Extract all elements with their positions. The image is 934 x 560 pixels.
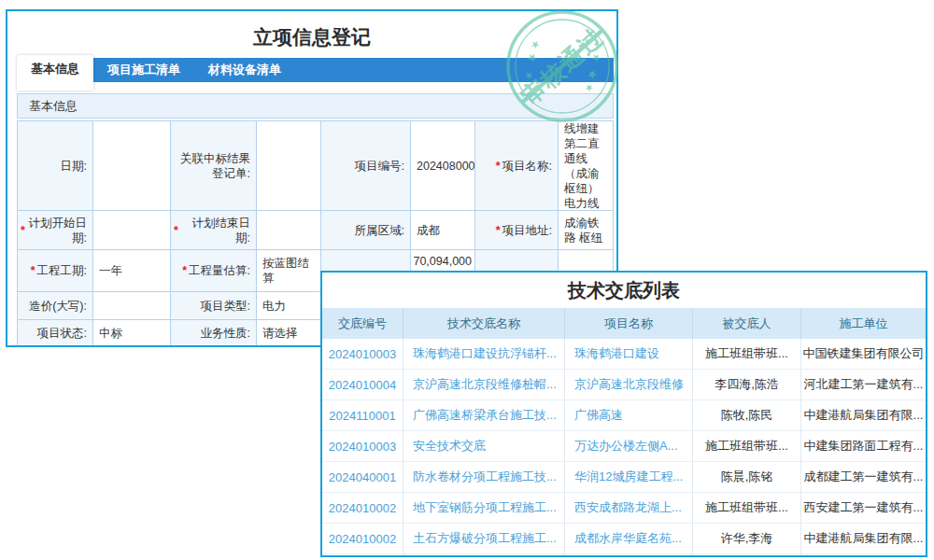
recipients-cell: 陈晨,陈铭 <box>693 462 801 493</box>
contractor-cell: 西安建工第一建筑有... <box>801 493 926 524</box>
field-value[interactable]: 成渝铁路 枢纽 <box>559 211 614 250</box>
disclosure-list-panel: 技术交底列表 交底编号 技术交底名称 项目名称 被交底人 施工单位 202401… <box>320 271 927 557</box>
field-value[interactable]: 请选择 <box>257 320 321 347</box>
required-marker: * <box>496 223 501 238</box>
contractor-cell: 河北建工第一建筑有... <box>801 370 926 400</box>
disclosure-name-link[interactable]: 京沪高速北京段维修桩帽... <box>403 370 565 400</box>
tab-basic-info[interactable]: 基本信息 <box>17 55 93 91</box>
field-label: *计划开始日期: <box>18 211 93 250</box>
field-value[interactable] <box>257 121 321 211</box>
contractor-cell: 中建港航局集团有限... <box>801 524 926 554</box>
field-label: 业务性质: <box>171 320 257 347</box>
contractor-cell: 中建港航局集团有限... <box>801 400 926 431</box>
recipients-cell: 陈牧,陈民 <box>693 400 801 431</box>
required-marker: * <box>174 223 178 238</box>
table-row: 2024110001广佛高速桥梁承台施工技...广佛高速陈牧,陈民中建港航局集团… <box>322 400 926 431</box>
required-marker: * <box>31 263 35 278</box>
list-title: 技术交底列表 <box>322 278 926 303</box>
table-row: 2024040001防水卷材分项工程施工技...华润12城房建工程...陈晨,陈… <box>322 462 926 493</box>
project-name-link[interactable]: 成都水岸华庭名苑... <box>565 524 693 554</box>
recipients-cell: 施工班组带班... <box>693 493 801 524</box>
contractor-cell: 中建集团路面工程有... <box>801 431 926 462</box>
tab-bar: 基本信息 项目施工清单 材料设备清单 <box>17 58 614 82</box>
tab-material-equipment-list[interactable]: 材料设备清单 <box>194 58 295 82</box>
column-header: 施工单位 <box>801 308 926 339</box>
contractor-cell: 中国铁建集团有限公司 <box>801 339 926 370</box>
section-header: 基本信息 <box>17 93 614 119</box>
project-name-link[interactable]: 西安成都路龙湖上... <box>565 493 693 524</box>
field-label: *项目名称: <box>475 121 559 211</box>
recipients-cell: 施工班组带班... <box>693 339 801 370</box>
table-row: 2024010002地下室钢筋分项工程施工...西安成都路龙湖上...施工班组带… <box>322 493 926 524</box>
field-value[interactable]: 按蓝图结算 <box>257 250 321 292</box>
tab-construction-list[interactable]: 项目施工清单 <box>93 58 194 82</box>
field-value[interactable]: 一年 <box>93 250 171 292</box>
field-label: 项目状态: <box>18 320 93 347</box>
disclosure-id-link[interactable]: 2024010003 <box>322 431 403 462</box>
project-name-link[interactable]: 广佛高速 <box>565 400 693 431</box>
disclosure-name-link[interactable]: 安全技术交底 <box>403 431 565 462</box>
disclosure-name-link[interactable]: 地下室钢筋分项工程施工... <box>403 493 565 524</box>
field-label: *计划结束日期: <box>171 211 257 250</box>
disclosure-id-link[interactable]: 2024110001 <box>322 400 403 431</box>
disclosure-id-link[interactable]: 2024010004 <box>322 370 403 400</box>
column-header: 交底编号 <box>322 308 403 339</box>
field-value[interactable] <box>257 211 321 250</box>
table-row: 2024010002土石方爆破分项工程施工...成都水岸华庭名苑...许华,李海… <box>322 524 926 554</box>
recipients-cell: 许华,李海 <box>693 524 801 554</box>
disclosure-name-link[interactable]: 防水卷材分项工程施工技... <box>403 462 565 493</box>
disclosure-name-link[interactable]: 土石方爆破分项工程施工... <box>403 524 565 554</box>
contractor-cell: 成都建工第一建筑有... <box>801 462 926 493</box>
field-label: 项目编号: <box>321 121 411 211</box>
field-value[interactable]: 成都 <box>411 211 475 250</box>
field-value[interactable]: 2024080005 <box>411 121 475 211</box>
field-label: 所属区域: <box>321 211 411 250</box>
field-value[interactable]: 电力 <box>257 292 321 320</box>
required-marker: * <box>182 263 187 278</box>
field-value[interactable]: 改建铁路成渝线增建第二直通线（成渝枢纽）电力线路迁改工程 <box>559 121 614 211</box>
field-value[interactable] <box>93 211 171 250</box>
field-label: 造价(大写): <box>18 292 93 320</box>
table-body: 2024010003珠海鹤港口建设抗浮锚杆...珠海鹤港口建设施工班组带班...… <box>322 339 926 554</box>
project-name-link[interactable]: 京沪高速北京段维修 <box>565 370 693 400</box>
project-name-link[interactable]: 珠海鹤港口建设 <box>565 339 693 370</box>
table-row: 2024010004京沪高速北京段维修桩帽...京沪高速北京段维修李四海,陈浩河… <box>322 370 926 400</box>
table-header-row: 交底编号 技术交底名称 项目名称 被交底人 施工单位 <box>322 308 926 339</box>
page-title: 立项信息登记 <box>7 24 616 50</box>
field-label: 项目类型: <box>171 292 257 320</box>
disclosure-name-link[interactable]: 珠海鹤港口建设抗浮锚杆... <box>403 339 565 370</box>
column-header: 被交底人 <box>693 308 801 339</box>
field-label: *工程工期: <box>18 250 93 292</box>
field-value[interactable]: 中标 <box>93 320 171 347</box>
disclosure-id-link[interactable]: 2024010002 <box>322 524 403 554</box>
recipients-cell: 李四海,陈浩 <box>693 370 801 400</box>
field-label: 关联中标结果登记单: <box>171 121 257 211</box>
project-name-link[interactable]: 万达办公楼左侧A... <box>565 431 693 462</box>
disclosure-id-link[interactable]: 2024040001 <box>322 462 403 493</box>
required-marker: * <box>496 159 501 174</box>
field-label: *工程量估算: <box>171 250 257 292</box>
recipients-cell: 施工班组带班... <box>693 431 801 462</box>
field-value[interactable] <box>93 121 171 211</box>
field-label: 日期: <box>18 121 93 211</box>
table-row: 2024010003安全技术交底万达办公楼左侧A...施工班组带班...中建集团… <box>322 431 926 462</box>
disclosure-id-link[interactable]: 2024010003 <box>322 339 403 370</box>
disclosure-name-link[interactable]: 广佛高速桥梁承台施工技... <box>403 400 565 431</box>
field-value[interactable] <box>93 292 171 320</box>
disclosure-table: 交底编号 技术交底名称 项目名称 被交底人 施工单位 2024010003珠海鹤… <box>322 308 926 555</box>
column-header: 技术交底名称 <box>403 308 565 339</box>
table-row: 2024010003珠海鹤港口建设抗浮锚杆...珠海鹤港口建设施工班组带班...… <box>322 339 926 370</box>
required-marker: * <box>21 223 25 238</box>
field-label: *项目地址: <box>475 211 559 250</box>
project-name-link[interactable]: 华润12城房建工程... <box>565 462 693 493</box>
disclosure-id-link[interactable]: 2024010002 <box>322 493 403 524</box>
column-header: 项目名称 <box>565 308 693 339</box>
